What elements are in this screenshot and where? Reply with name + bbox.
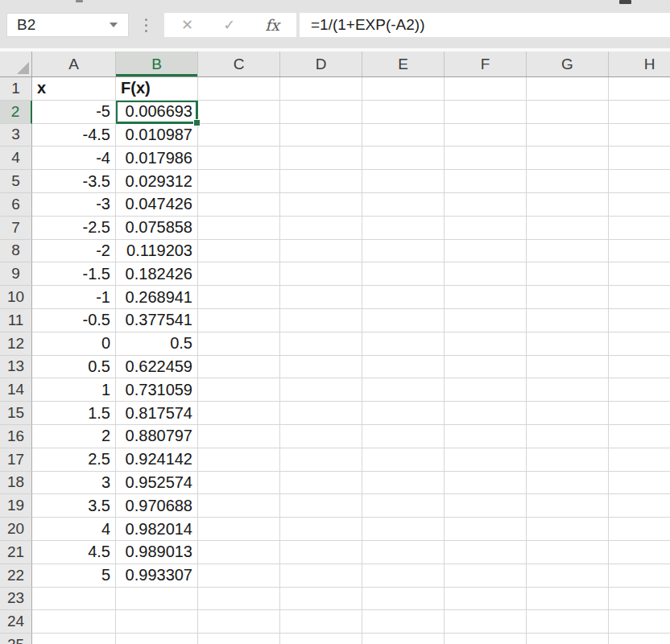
chevron-down-icon[interactable]	[110, 23, 118, 27]
cell-E10[interactable]	[362, 286, 445, 309]
cell-D13[interactable]	[280, 356, 362, 379]
cell-H25[interactable]	[609, 634, 670, 644]
cell-A3[interactable]: -4.5	[32, 124, 116, 147]
cell-G1[interactable]	[527, 77, 609, 101]
cell-F21[interactable]	[445, 541, 527, 564]
cell-H14[interactable]	[609, 378, 670, 402]
cell-C16[interactable]	[198, 425, 280, 448]
row-header-3[interactable]: 3	[0, 124, 32, 147]
insert-function-icon[interactable]: fx	[265, 16, 279, 34]
cell-H18[interactable]	[609, 472, 670, 495]
cell-F10[interactable]	[445, 286, 527, 309]
cell-B24[interactable]	[116, 610, 198, 634]
cell-D19[interactable]	[280, 494, 362, 518]
column-header-H[interactable]: H	[609, 52, 670, 76]
cell-A10[interactable]: -1	[32, 286, 116, 309]
cell-A25[interactable]	[32, 634, 116, 644]
cell-B25[interactable]	[116, 634, 198, 644]
cell-E2[interactable]	[362, 101, 445, 124]
cell-H10[interactable]	[609, 286, 670, 309]
cell-B15[interactable]: 0.817574	[116, 402, 198, 425]
cell-G11[interactable]	[527, 309, 609, 332]
cell-G19[interactable]	[527, 494, 609, 518]
cell-B14[interactable]: 0.731059	[116, 378, 198, 402]
cell-F17[interactable]	[445, 448, 527, 472]
cell-C21[interactable]	[198, 541, 280, 564]
name-box[interactable]: B2	[6, 13, 129, 37]
cell-C24[interactable]	[198, 610, 280, 634]
cell-B22[interactable]: 0.993307	[116, 564, 198, 588]
cell-F7[interactable]	[445, 217, 527, 240]
cell-E22[interactable]	[362, 564, 445, 588]
cell-C14[interactable]	[198, 378, 280, 402]
cell-A4[interactable]: -4	[32, 147, 116, 170]
cell-A24[interactable]	[32, 610, 116, 634]
cell-F12[interactable]	[445, 332, 527, 356]
cell-F16[interactable]	[445, 425, 527, 448]
cell-B5[interactable]: 0.029312	[116, 170, 198, 193]
cell-E7[interactable]	[362, 217, 445, 240]
cell-C5[interactable]	[198, 170, 280, 193]
cell-B4[interactable]: 0.017986	[116, 147, 198, 170]
cell-C2[interactable]	[198, 101, 280, 124]
cell-D9[interactable]	[280, 262, 362, 286]
cell-A2[interactable]: -5	[32, 101, 116, 124]
cell-F20[interactable]	[445, 518, 527, 541]
cell-B11[interactable]: 0.377541	[116, 309, 198, 332]
cell-A5[interactable]: -3.5	[32, 170, 116, 193]
cell-B2[interactable]: 0.006693	[116, 101, 198, 124]
cell-H1[interactable]	[609, 77, 670, 101]
cell-B6[interactable]: 0.047426	[116, 193, 198, 217]
cell-E6[interactable]	[362, 193, 445, 217]
cell-A14[interactable]: 1	[32, 378, 116, 402]
cell-H8[interactable]	[609, 240, 670, 263]
row-header-9[interactable]: 9	[0, 262, 32, 286]
cell-A20[interactable]: 4	[32, 518, 116, 541]
row-header-20[interactable]: 20	[0, 518, 32, 541]
cell-A23[interactable]	[32, 588, 116, 611]
cell-D21[interactable]	[280, 541, 362, 564]
cell-D10[interactable]	[280, 286, 362, 309]
cell-D5[interactable]	[280, 170, 362, 193]
cell-C6[interactable]	[198, 193, 280, 217]
cell-B12[interactable]: 0.5	[116, 332, 198, 356]
cell-B18[interactable]: 0.952574	[116, 472, 198, 495]
cell-E24[interactable]	[362, 610, 445, 634]
cell-H12[interactable]	[609, 332, 670, 356]
cancel-icon[interactable]: ✕	[181, 16, 193, 34]
cell-H11[interactable]	[609, 309, 670, 332]
cell-A7[interactable]: -2.5	[32, 217, 116, 240]
cell-F8[interactable]	[445, 240, 527, 263]
column-header-C[interactable]: C	[198, 52, 280, 76]
cell-E9[interactable]	[362, 262, 445, 286]
cell-F5[interactable]	[445, 170, 527, 193]
row-header-11[interactable]: 11	[0, 309, 32, 332]
cell-C17[interactable]	[198, 448, 280, 472]
cell-G7[interactable]	[527, 217, 609, 240]
cell-D6[interactable]	[280, 193, 362, 217]
cell-A21[interactable]: 4.5	[32, 541, 116, 564]
cell-D23[interactable]	[280, 588, 362, 611]
row-header-23[interactable]: 23	[0, 588, 32, 611]
column-header-B[interactable]: B	[116, 52, 198, 76]
cell-G25[interactable]	[527, 634, 609, 644]
cell-A13[interactable]: 0.5	[32, 356, 116, 379]
cell-A22[interactable]: 5	[32, 564, 116, 588]
cell-B7[interactable]: 0.075858	[116, 217, 198, 240]
row-header-2[interactable]: 2	[0, 101, 32, 124]
row-header-6[interactable]: 6	[0, 193, 32, 217]
cell-H24[interactable]	[609, 610, 670, 634]
cell-B8[interactable]: 0.119203	[116, 240, 198, 263]
cell-D4[interactable]	[280, 147, 362, 170]
cell-F3[interactable]	[445, 124, 527, 147]
cell-D3[interactable]	[280, 124, 362, 147]
cell-D20[interactable]	[280, 518, 362, 541]
cell-G20[interactable]	[527, 518, 609, 541]
cell-C10[interactable]	[198, 286, 280, 309]
cell-B3[interactable]: 0.010987	[116, 124, 198, 147]
cell-D22[interactable]	[280, 564, 362, 588]
cell-F23[interactable]	[445, 588, 527, 611]
cell-G4[interactable]	[527, 147, 609, 170]
cell-C15[interactable]	[198, 402, 280, 425]
cell-H2[interactable]	[609, 101, 670, 124]
